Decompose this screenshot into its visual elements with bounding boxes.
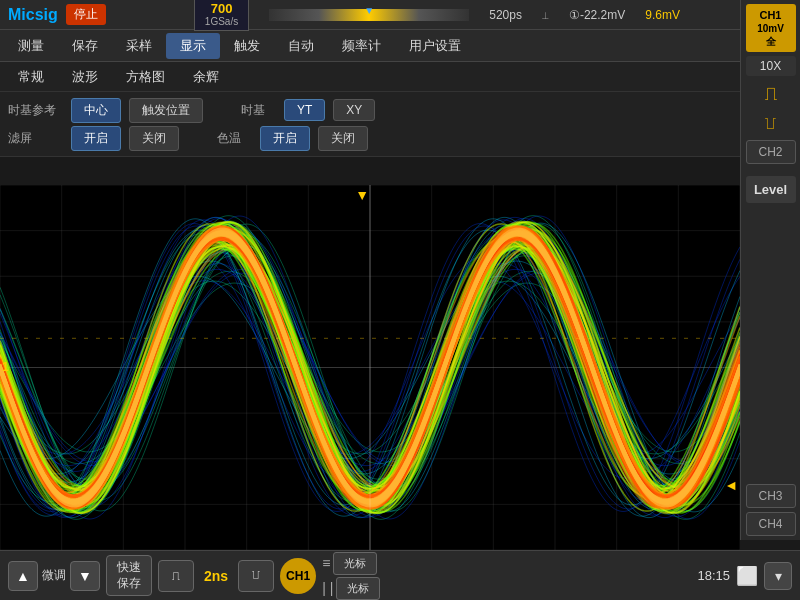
trigger-symbol: ⟂ <box>542 9 549 21</box>
ch1-block: CH1 10mV 全 <box>746 4 796 52</box>
menu-auto[interactable]: 自动 <box>274 33 328 59</box>
pulse-down-btn[interactable]: ⎍ <box>238 560 274 592</box>
color-on-btn[interactable]: 开启 <box>260 126 310 151</box>
time-per-div: 2ns <box>200 568 232 584</box>
voltage-ch2: 9.6mV <box>645 8 680 22</box>
settings-row-1: 时基参考 中心 触发位置 时基 YT XY <box>8 96 792 124</box>
filter-off-btn[interactable]: 关闭 <box>129 126 179 151</box>
cursor2-btn[interactable]: 光标 <box>336 577 380 600</box>
main-menu: 测量 保存 采样 显示 触发 自动 频率计 用户设置 <box>0 30 800 62</box>
center-btn[interactable]: 中心 <box>71 98 121 123</box>
ch4-button[interactable]: CH4 <box>746 512 796 536</box>
ch1-marker: 1 <box>2 360 9 374</box>
yt-btn[interactable]: YT <box>284 99 325 121</box>
probe-setting[interactable]: 10X <box>746 56 796 76</box>
voltage-ch1: ①-22.2mV <box>569 8 625 22</box>
menu-freq-counter[interactable]: 频率计 <box>328 33 395 59</box>
rising-edge-icon: ⎍ <box>765 82 777 105</box>
waveform-canvas <box>0 185 740 550</box>
ch1-range: 全 <box>752 35 790 48</box>
quick-save-btn[interactable]: 快速保存 <box>106 555 152 596</box>
ch2-button[interactable]: CH2 <box>746 140 796 164</box>
sub-menu: 常规 波形 方格图 余辉 <box>0 62 800 92</box>
fine-adj-up-btn[interactable]: ▲ <box>8 561 38 591</box>
fine-adj-down-btn[interactable]: ▼ <box>70 561 100 591</box>
timebase-value: 700 <box>205 1 238 17</box>
menu-trigger[interactable]: 触发 <box>220 33 274 59</box>
menu-sample[interactable]: 采样 <box>112 33 166 59</box>
right-panel: CH1 10mV 全 10X ⎍ ⎍ CH2 Level CH3 CH4 <box>740 0 800 540</box>
level-button[interactable]: Level <box>746 176 796 203</box>
timebase-mode-label: 时基 <box>241 102 276 119</box>
ch1-selector[interactable]: CH1 <box>280 558 316 594</box>
ch3-button[interactable]: CH3 <box>746 484 796 508</box>
clock-display: 18:15 <box>697 568 730 583</box>
pulse-up-btn[interactable]: ⎍ <box>158 560 194 592</box>
time-offset: 520ps <box>489 8 522 22</box>
sub-menu-normal[interactable]: 常规 <box>4 65 58 89</box>
fine-adj-group: ▲ 微调 ▼ <box>8 561 100 591</box>
settings-area: 时基参考 中心 触发位置 时基 YT XY 滤屏 开启 关闭 色温 开启 关闭 <box>0 92 800 157</box>
top-bar: Micsig 停止 700 1GSa/s ▼ 520ps ⟂ ①-22.2mV … <box>0 0 800 30</box>
menu-display[interactable]: 显示 <box>166 33 220 59</box>
menu-save[interactable]: 保存 <box>58 33 112 59</box>
sub-menu-persistence[interactable]: 余辉 <box>179 65 233 89</box>
color-off-btn[interactable]: 关闭 <box>318 126 368 151</box>
sub-menu-grid[interactable]: 方格图 <box>112 65 179 89</box>
brand-logo: Micsig <box>8 6 58 24</box>
screen-icon: ⬜ <box>736 565 758 587</box>
menu-user-settings[interactable]: 用户设置 <box>395 33 475 59</box>
falling-edge-icon: ⎍ <box>765 113 776 134</box>
more-options-btn[interactable]: ▾ <box>764 562 792 590</box>
trigger-marker: ▼ <box>355 187 369 203</box>
top-center-info: 700 1GSa/s ▼ 520ps ⟂ ①-22.2mV 9.6mV <box>106 0 768 31</box>
fine-adj-label: 微调 <box>42 567 66 584</box>
timebase-display: 700 1GSa/s <box>194 0 249 31</box>
quick-save-label: 快速保存 <box>117 560 141 590</box>
xy-btn[interactable]: XY <box>333 99 375 121</box>
menu-measure[interactable]: 测量 <box>4 33 58 59</box>
cursor1-btn[interactable]: 光标 <box>333 552 377 575</box>
filter-label: 滤屏 <box>8 130 63 147</box>
settings-row-2: 滤屏 开启 关闭 色温 开启 关闭 <box>8 124 792 152</box>
filter-on-btn[interactable]: 开启 <box>71 126 121 151</box>
stop-button[interactable]: 停止 <box>66 4 106 25</box>
trigger-pos-btn[interactable]: 触发位置 <box>129 98 203 123</box>
scope-display: 1 ◄ ▼ <box>0 185 740 550</box>
timebase-ref-label: 时基参考 <box>8 102 63 119</box>
ch1-label: CH1 <box>752 8 790 22</box>
sub-menu-waveform[interactable]: 波形 <box>58 65 112 89</box>
ch-right-arrow: ◄ <box>724 477 738 493</box>
bottom-right: 18:15 ⬜ ▾ <box>697 562 792 590</box>
sample-rate: 1GSa/s <box>205 16 238 28</box>
color-temp-label: 色温 <box>217 130 252 147</box>
bottom-bar: ▲ 微调 ▼ 快速保存 ⎍ 2ns ⎍ CH1 ≡ 光标 | | 光标 18:1… <box>0 550 800 600</box>
ch1-voltage: 10mV <box>752 22 790 35</box>
